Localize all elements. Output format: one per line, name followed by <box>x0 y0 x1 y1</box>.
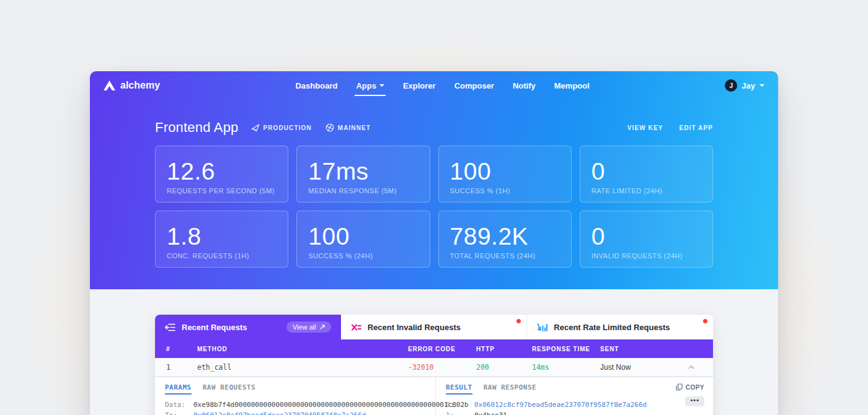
edit-app-button[interactable]: EDIT APP <box>679 124 713 131</box>
stat-label: CONC. REQUESTS (1H) <box>167 252 277 260</box>
nav-item-apps[interactable]: Apps <box>356 81 384 90</box>
top-navbar: alchemy Dashboard Apps Explorer Composer… <box>90 71 778 100</box>
notification-dot <box>516 319 521 323</box>
stat-card-total-requests: 789.2K TOTAL REQUESTS (24H) <box>438 211 572 268</box>
mainnet-badge: MAINNET <box>326 123 371 132</box>
stat-value: 0 <box>591 222 701 251</box>
response-fields: 0: 0x06012c8cf97bead5deae237070f9587f8e7… <box>446 400 703 415</box>
stat-value: 100 <box>450 157 560 186</box>
rocket-icon <box>251 124 260 132</box>
collapse-row-button[interactable] <box>688 365 702 369</box>
column-header-sent: SENT <box>600 346 688 352</box>
column-header-http: HTTP <box>476 346 532 352</box>
column-header-response-time: RESPONSE TIME <box>532 346 600 352</box>
requests-tabs: Recent Requests View all Recent Invalid … <box>155 315 713 339</box>
tab-raw-response[interactable]: RAW RESPONSE <box>484 383 536 395</box>
stat-label: MEDIAN RESPONSE (5M) <box>308 187 418 194</box>
column-header-index: # <box>166 346 197 352</box>
stat-card-requests-per-second: 12.6 REQUESTS PER SECOND (5M) <box>155 146 288 203</box>
user-menu[interactable]: J Jay <box>725 79 764 92</box>
field-row-1: 1: 0x4bce31 <box>446 410 703 415</box>
row-sent: Just Now <box>600 363 688 372</box>
stat-value: 1.8 <box>167 222 277 251</box>
request-detail: PARAMS RAW REQUESTS Data: 0xe98b7f4d0000… <box>155 377 713 415</box>
stat-card-rate-limited: 0 RATE LIMITED (24H) <box>580 146 713 203</box>
recent-requests-icon <box>165 323 175 332</box>
alchemy-logo-icon <box>104 81 115 91</box>
field-row-to: To: 0x06012c8cf97bead5deae237070f9587f8e… <box>165 410 425 415</box>
field-value: 0xe98b7f4d000000000000000000000000000000… <box>193 400 469 410</box>
field-label: To: <box>165 410 193 415</box>
stat-label: TOTAL REQUESTS (24H) <box>450 252 560 260</box>
column-header-error-code: ERROR CODE <box>408 346 476 352</box>
brand-label: alchemy <box>120 80 160 91</box>
tab-recent-rate-limited-requests[interactable]: Recent Rate Limited Requests <box>526 315 713 339</box>
brand[interactable]: alchemy <box>104 80 160 91</box>
stat-value: 17ms <box>308 157 418 186</box>
nav-item-dashboard[interactable]: Dashboard <box>295 81 337 90</box>
invalid-requests-icon <box>351 323 361 331</box>
stat-label: INVALID REQUESTS (24H) <box>591 252 701 260</box>
stat-label: RATE LIMITED (24H) <box>591 187 701 194</box>
app-badges: PRODUCTION MAINNET <box>251 123 371 132</box>
tab-label: Recent Rate Limited Requests <box>554 323 670 332</box>
nav-item-mempool[interactable]: Mempool <box>554 81 590 90</box>
rate-limited-requests-icon <box>537 323 547 332</box>
stat-value: 100 <box>308 222 418 251</box>
tab-raw-requests[interactable]: RAW REQUESTS <box>203 383 255 395</box>
avatar: J <box>725 79 737 92</box>
request-fields: Data: 0xe98b7f4d000000000000000000000000… <box>165 400 425 415</box>
globe-icon <box>326 123 334 132</box>
stat-card-invalid-requests: 0 INVALID REQUESTS (24H) <box>580 211 713 268</box>
app-header: Frontend App PRODUCTION MAINNET VIEW KEY <box>155 120 713 136</box>
more-options-button[interactable]: ••• <box>685 396 704 406</box>
stat-label: REQUESTS PER SECOND (5M) <box>167 187 277 194</box>
app-header-actions: VIEW KEY EDIT APP <box>627 124 713 131</box>
view-key-button[interactable]: VIEW KEY <box>627 124 663 131</box>
production-badge-label: PRODUCTION <box>264 124 312 131</box>
stat-value: 789.2K <box>450 222 560 251</box>
copy-icon <box>676 383 683 391</box>
field-label: Data: <box>165 400 193 410</box>
address-link[interactable]: 0x06012c8cf97bead5deae237070f9587f8e7a26… <box>193 410 366 415</box>
view-all-button[interactable]: View all <box>286 321 331 333</box>
view-all-label: View all <box>293 323 316 331</box>
nav-item-explorer[interactable]: Explorer <box>403 81 436 90</box>
production-badge: PRODUCTION <box>251 123 312 132</box>
table-row[interactable]: 1 eth_call -32010 200 14ms Just Now <box>155 358 713 377</box>
address-link[interactable]: 0x06012c8cf97bead5deae237070f9587f8e7a26… <box>474 400 647 410</box>
notification-dot <box>703 319 707 323</box>
copy-label: COPY <box>686 384 704 391</box>
tab-label: Recent Requests <box>182 323 247 332</box>
mainnet-badge-label: MAINNET <box>338 124 371 131</box>
app-window: alchemy Dashboard Apps Explorer Composer… <box>90 71 778 415</box>
row-http-status: 200 <box>476 363 532 372</box>
external-link-icon <box>320 325 325 330</box>
field-label: 1: <box>446 410 474 415</box>
stat-label: SUCCESS % (24H) <box>308 252 418 260</box>
user-name: Jay <box>742 81 755 90</box>
stats-grid: 12.6 REQUESTS PER SECOND (5M) 17ms MEDIA… <box>155 146 713 268</box>
table-header: # METHOD ERROR CODE HTTP RESPONSE TIME S… <box>155 339 713 358</box>
field-value: 0x4bce31 <box>474 410 507 415</box>
field-row-data: Data: 0xe98b7f4d000000000000000000000000… <box>165 400 425 410</box>
row-error-code: -32010 <box>408 363 476 372</box>
stat-card-conc-requests: 1.8 CONC. REQUESTS (1H) <box>155 211 288 268</box>
tab-recent-requests[interactable]: Recent Requests View all <box>155 315 341 339</box>
nav-item-notify[interactable]: Notify <box>513 81 536 90</box>
stat-label: SUCCESS % (1H) <box>450 187 560 194</box>
requests-panel: Recent Requests View all Recent Invalid … <box>155 315 713 415</box>
row-response-time: 14ms <box>532 363 600 372</box>
nav-item-composer[interactable]: Composer <box>454 81 494 90</box>
field-row-0: 0: 0x06012c8cf97bead5deae237070f9587f8e7… <box>446 400 703 410</box>
tab-params[interactable]: PARAMS <box>165 383 192 395</box>
copy-button[interactable]: COPY <box>676 383 704 391</box>
stat-card-success-1h: 100 SUCCESS % (1H) <box>438 146 572 203</box>
tab-recent-invalid-requests[interactable]: Recent Invalid Requests <box>341 315 527 339</box>
tab-result[interactable]: RESULT <box>446 383 472 395</box>
stat-card-median-response: 17ms MEDIAN RESPONSE (5M) <box>296 146 430 203</box>
hero-section: alchemy Dashboard Apps Explorer Composer… <box>90 71 778 289</box>
response-pane-tabs: RESULT RAW RESPONSE <box>446 383 703 395</box>
stat-value: 12.6 <box>167 157 277 186</box>
chevron-down-icon <box>379 84 384 87</box>
